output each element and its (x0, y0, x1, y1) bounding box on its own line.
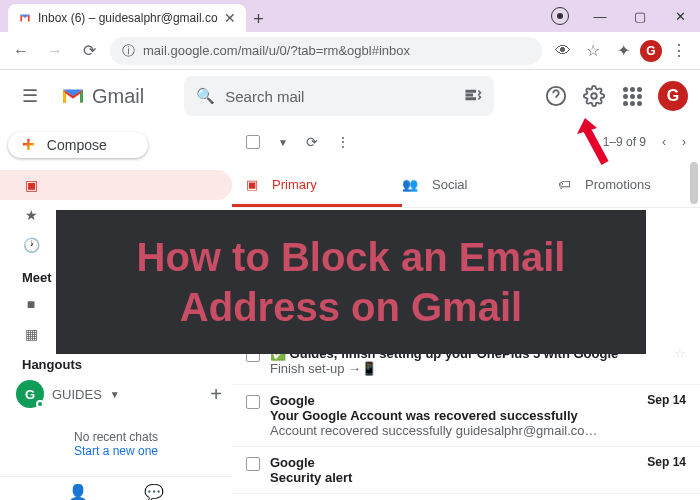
tab-promotions[interactable]: 🏷 Promotions (544, 177, 700, 192)
search-options-icon[interactable] (464, 86, 482, 107)
star-icon[interactable]: ☆ (674, 346, 686, 361)
search-bar[interactable]: 🔍 Search mail (184, 76, 494, 116)
dropdown-icon[interactable]: ▼ (110, 389, 120, 400)
hangouts-username: GUIDES (52, 387, 102, 402)
tab-primary[interactable]: ▣ Primary (232, 177, 388, 192)
inbox-icon: ▣ (22, 177, 40, 193)
minimize-button[interactable]: ― (580, 0, 620, 32)
forward-button[interactable]: → (42, 38, 68, 64)
email-checkbox[interactable] (246, 457, 260, 471)
tab-title: Inbox (6) – guidesalphr@gmail.co (38, 11, 218, 25)
keyboard-icon: ▦ (22, 326, 40, 342)
status-dot-icon (36, 400, 44, 408)
select-all-checkbox[interactable] (246, 135, 260, 149)
gmail-favicon (18, 11, 32, 25)
person-tab-icon[interactable]: 👤 (68, 483, 88, 500)
address-bar[interactable]: ⓘ mail.google.com/mail/u/0/?tab=rm&ogbl#… (110, 37, 542, 65)
browser-tab[interactable]: Inbox (6) – guidesalphr@gmail.co ✕ (8, 4, 246, 32)
google-apps-icon[interactable] (620, 84, 644, 108)
start-chat-link[interactable]: Start a new one (74, 444, 158, 458)
maximize-button[interactable]: ▢ (620, 0, 660, 32)
toolbar: ▼ ⟳ ⋮ 1–9 of 9 ‹ › (232, 122, 700, 162)
extensions-icon[interactable]: ✦ (610, 38, 636, 64)
email-row[interactable]: Google Sep 14 Your Google Account was re… (232, 385, 700, 447)
pager-text: 1–9 of 9 (603, 135, 646, 149)
reload-button[interactable]: ⟳ (76, 38, 102, 64)
star-icon: ★ (22, 207, 40, 223)
new-tab-button[interactable]: + (246, 6, 272, 32)
account-avatar[interactable]: G (658, 81, 688, 111)
site-info-icon[interactable]: ⓘ (122, 42, 135, 60)
eye-icon[interactable]: 👁 (550, 38, 576, 64)
sidebar-inbox[interactable]: ▣ (0, 170, 232, 200)
hangouts-tab-icon[interactable]: 💬 (144, 483, 164, 500)
email-checkbox[interactable] (246, 395, 260, 409)
category-tabs: ▣ Primary 👥 Social 🏷 Promotions (232, 162, 700, 208)
overlay-text: How to Block an Email Address on Gmail (76, 232, 626, 332)
user-indicator-icon[interactable] (540, 0, 580, 32)
compose-button[interactable]: + Compose (8, 132, 148, 158)
video-icon: ■ (22, 296, 40, 312)
bookmark-icon[interactable]: ☆ (580, 38, 606, 64)
profile-badge[interactable]: G (640, 40, 662, 62)
main-menu-icon[interactable]: ☰ (12, 85, 48, 107)
no-chats-message: No recent chats Start a new one (0, 412, 232, 476)
gmail-logo[interactable]: Gmail (58, 85, 144, 108)
refresh-icon[interactable]: ⟳ (306, 134, 318, 150)
primary-icon: ▣ (246, 177, 258, 192)
gmail-brand-text: Gmail (92, 85, 144, 108)
search-icon: 🔍 (196, 87, 215, 105)
hangouts-avatar: G (16, 380, 44, 408)
hangouts-user-row[interactable]: G GUIDES ▼ + (0, 376, 232, 412)
tab-social[interactable]: 👥 Social (388, 177, 544, 192)
close-window-button[interactable]: ✕ (660, 0, 700, 32)
url-text: mail.google.com/mail/u/0/?tab=rm&ogbl#in… (143, 43, 410, 58)
prev-page-icon[interactable]: ‹ (662, 135, 666, 149)
clock-icon: 🕐 (22, 237, 40, 253)
title-overlay: How to Block an Email Address on Gmail (56, 210, 646, 354)
next-page-icon[interactable]: › (682, 135, 686, 149)
select-dropdown-icon[interactable]: ▼ (278, 137, 288, 148)
gmail-m-icon (58, 85, 88, 107)
back-button[interactable]: ← (8, 38, 34, 64)
compose-label: Compose (47, 137, 107, 153)
tab-close-icon[interactable]: ✕ (224, 10, 236, 26)
help-icon[interactable] (544, 84, 568, 108)
scrollbar[interactable] (690, 162, 698, 204)
plus-icon: + (22, 132, 35, 158)
new-chat-button[interactable]: + (210, 383, 222, 406)
browser-menu-icon[interactable]: ⋮ (666, 38, 692, 64)
social-icon: 👥 (402, 177, 418, 192)
more-icon[interactable]: ⋮ (336, 134, 350, 150)
svg-point-1 (591, 93, 597, 99)
email-row[interactable]: Google Sep 14 Security alert (232, 447, 700, 494)
search-placeholder: Search mail (225, 88, 454, 105)
settings-gear-icon[interactable] (582, 84, 606, 108)
promotions-icon: 🏷 (558, 177, 571, 192)
